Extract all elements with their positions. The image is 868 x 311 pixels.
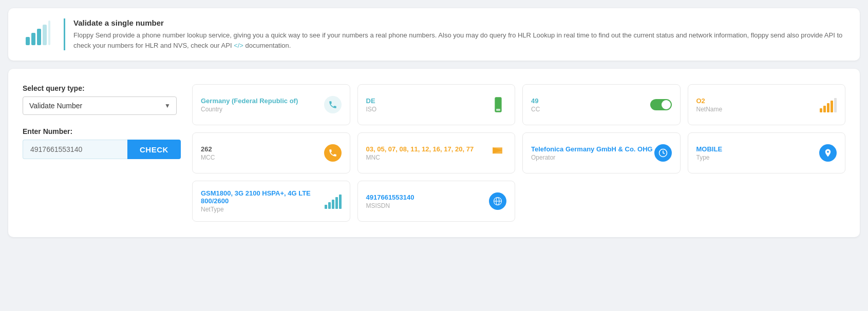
nettype-label: NetType (201, 206, 325, 213)
flag-icon (490, 145, 506, 161)
number-input-row: CHECK (23, 140, 177, 159)
query-type-select[interactable]: Validate Number HLR Lookup NVS Lookup (23, 96, 177, 115)
query-type-label: Select query type: (23, 84, 177, 92)
globe-icon (489, 192, 506, 210)
phone-icon (324, 96, 342, 113)
cc-value: 49 (531, 97, 540, 105)
country-value: Germany (Federal Republic of) (201, 97, 298, 105)
iso-value: DE (366, 97, 377, 105)
type-value: MOBILE (696, 145, 723, 153)
phone-circle-icon (324, 96, 342, 113)
api-link[interactable]: </> (234, 42, 243, 49)
signal-bars-blue-icon (325, 193, 342, 209)
svg-rect-6 (496, 109, 500, 111)
iso-label: ISO (366, 106, 377, 113)
number-label: Enter Number: (23, 127, 177, 135)
mcc-icon (324, 144, 342, 162)
type-card: MOBILE Type (688, 132, 846, 173)
left-panel: Select query type: Validate Number HLR L… (23, 84, 177, 159)
query-type-wrapper: Validate Number HLR Lookup NVS Lookup ▼ (23, 96, 177, 115)
top-card-description: Floppy Send provide a phone number looku… (73, 30, 845, 50)
mcc-value: 262 (201, 145, 215, 153)
globe-circle-icon (489, 192, 506, 210)
results-grid: Germany (Federal Republic of) Country DE… (192, 84, 845, 222)
nettype-card: GSM1800, 3G 2100 HSPA+, 4G LTE 800/2600 … (192, 181, 350, 222)
top-info-card: Validate a single number Floppy Send pro… (8, 8, 860, 61)
main-card: Select query type: Validate Number HLR L… (8, 69, 860, 237)
mobile-symbol-icon (819, 144, 837, 162)
msisdn-label: MSISDN (366, 202, 414, 209)
svg-rect-0 (26, 37, 30, 45)
svg-rect-7 (493, 147, 502, 153)
netname-value: O2 (696, 97, 723, 105)
svg-rect-4 (48, 21, 50, 45)
type-label: Type (696, 154, 723, 161)
signal-icon (23, 18, 53, 49)
nettype-value: GSM1800, 3G 2100 HSPA+, 4G LTE 800/2600 (201, 189, 325, 205)
mnc-value: 03, 05, 07, 08, 11, 12, 16, 17, 20, 77 (366, 145, 474, 153)
country-card: Germany (Federal Republic of) Country (192, 84, 350, 125)
phone-green-icon (490, 96, 506, 113)
svg-rect-1 (31, 33, 35, 45)
cc-label: CC (531, 106, 540, 113)
svg-rect-3 (43, 25, 47, 45)
mcc-card: 262 MCC (192, 132, 350, 173)
number-input[interactable] (23, 140, 127, 159)
top-content: Validate a single number Floppy Send pro… (64, 18, 845, 50)
top-card-title: Validate a single number (73, 18, 845, 27)
clock-icon (654, 144, 672, 162)
cc-card: 49 CC (522, 84, 681, 125)
operator-label: Operator (531, 154, 653, 161)
mcc-label: MCC (201, 154, 215, 161)
mnc-label: MNC (366, 154, 474, 161)
iso-card: DE ISO (357, 84, 516, 125)
signal-bars-icon (820, 97, 837, 112)
operator-card: Telefonica Germany GmbH & Co. OHG Operat… (522, 132, 681, 173)
clock-circle-icon (654, 144, 672, 162)
country-label: Country (201, 106, 298, 113)
phone-orange-circle (324, 144, 342, 162)
mnc-card: 03, 05, 07, 08, 11, 12, 16, 17, 20, 77 M… (357, 132, 516, 173)
toggle-icon (650, 99, 672, 110)
svg-rect-2 (37, 29, 41, 45)
netname-label: NetName (696, 106, 723, 113)
type-icon (819, 144, 837, 162)
msisdn-value: 4917661553140 (366, 193, 414, 201)
check-button[interactable]: CHECK (127, 140, 181, 159)
operator-value: Telefonica Germany GmbH & Co. OHG (531, 145, 653, 153)
netname-card: O2 NetName (688, 84, 846, 125)
msisdn-card: 4917661553140 MSISDN (357, 181, 516, 222)
